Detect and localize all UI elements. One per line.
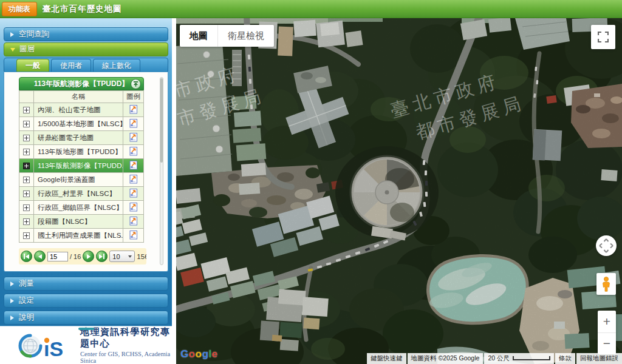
attribution-bar: 鍵盤快速鍵 地圖資料 ©2025 Google 20 公尺 條款 回報地圖錯誤 — [367, 353, 622, 364]
accordion-label: 圖層 — [19, 44, 35, 55]
layer-name: 行政區_村里界【NLSC】 — [38, 190, 116, 197]
satellite-map[interactable] — [176, 18, 622, 364]
map-view-button[interactable]: 地圖 — [180, 25, 218, 47]
page-size-value: 10 — [112, 253, 120, 260]
expand-column-header — [19, 91, 34, 103]
google-logo[interactable]: Google — [180, 348, 218, 360]
sidebar-resize-handle[interactable] — [78, 328, 94, 330]
expand-plus-icon[interactable] — [23, 190, 30, 197]
map-area: 臺北市政府 都市發展局 臺北市政府 都市發展局 地圖 衛星檢視 — [176, 18, 622, 364]
expand-plus-icon[interactable] — [23, 163, 30, 169]
zoom-in-button[interactable]: + — [598, 311, 616, 333]
page-number-input[interactable] — [47, 252, 68, 261]
legend-icon[interactable] — [129, 216, 138, 226]
fullscreen-icon — [598, 32, 609, 42]
expand-plus-icon[interactable] — [23, 218, 30, 225]
layer-row[interactable]: 1/5000基本地形圖【NLSC】 — [19, 117, 144, 131]
layer-row[interactable]: 段籍圖【NLSC】 — [19, 215, 144, 229]
chevron-right-icon — [10, 298, 14, 303]
layer-table-header: 名稱 圖例 — [19, 91, 144, 103]
legend-icon[interactable] — [129, 104, 138, 114]
pagination: / 16 10 156 — [19, 248, 146, 265]
legend-column-header: 圖例 — [123, 91, 144, 103]
pan-control[interactable] — [596, 235, 617, 256]
terms-link[interactable]: 條款 — [555, 353, 575, 364]
layer-row[interactable]: 113年版地形圖【TPUDD】 — [19, 145, 144, 159]
name-column-header: 名稱 — [34, 91, 123, 103]
legend-icon[interactable] — [129, 174, 138, 184]
tab-general[interactable]: 一般 — [16, 59, 49, 72]
satellite-view-button[interactable]: 衛星檢視 — [218, 25, 274, 47]
legend-icon[interactable] — [129, 132, 138, 142]
layer-row[interactable]: 行政區_村里界【NLSC】 — [19, 187, 144, 201]
accordion-layers[interactable]: 圖層 — [4, 42, 168, 56]
org-name-zh: 地理資訊科學研究專題中心 — [80, 326, 172, 349]
layer-name: 行政區_鄉鎮區界【NLSC】 — [38, 204, 123, 211]
layer-row[interactable]: Google街景涵蓋圖 — [19, 173, 144, 187]
expand-plus-icon[interactable] — [23, 121, 30, 127]
page-total-label: / 16 — [70, 253, 81, 260]
layer-table: 名稱 圖例 內湖、松山電子地圖 1/5000基本地形圖【NLSC】 — [19, 90, 144, 243]
next-page-button[interactable] — [83, 251, 94, 262]
legend-icon[interactable] — [129, 188, 138, 198]
tab-user[interactable]: 使用者 — [51, 59, 91, 72]
layer-name: 113年版航測影像【TPUDD... — [38, 162, 123, 169]
layer-name: Google街景涵蓋圖 — [38, 176, 95, 183]
sidebar: 空間查詢 圖層 一般 使用者 線上數化 113年版航測影像【TPUDD】 — [0, 18, 172, 364]
expand-plus-icon[interactable] — [23, 107, 30, 113]
expand-plus-icon[interactable] — [23, 177, 30, 183]
expand-plus-icon[interactable] — [23, 232, 30, 239]
map-data-label: 地圖資料 ©2025 Google — [408, 353, 484, 364]
pegman-icon — [601, 276, 612, 292]
application-window: 功能表 臺北市百年歷史地圖 空間查詢 圖層 一般 使用者 線上數化 113年版航… — [0, 0, 622, 364]
scale-bar — [513, 356, 550, 360]
footer-logo-area: ıS 地理資訊科學研究專題中心 Center for GIS, RCHSS, A… — [0, 326, 172, 364]
chevron-right-icon — [10, 315, 14, 320]
pegman-button[interactable] — [596, 273, 616, 295]
zoom-out-button[interactable]: − — [598, 333, 616, 355]
accordion-label: 設定 — [19, 295, 34, 306]
layer-row[interactable]: 國土利用調查成果圖【NLS... — [19, 229, 144, 243]
panel-scrollbar[interactable] — [160, 77, 163, 265]
tab-online-digitize[interactable]: 線上數化 — [93, 59, 140, 72]
accordion-settings[interactable]: 設定 — [4, 294, 168, 308]
layer-panel-header[interactable]: 113年版航測影像【TPUDD】 — [19, 77, 144, 90]
legend-icon[interactable] — [129, 118, 138, 128]
layer-row[interactable]: 113年版航測影像【TPUDD... — [19, 159, 144, 173]
pan-arrows-icon — [598, 238, 614, 254]
chevron-right-icon — [10, 32, 14, 37]
last-page-button[interactable] — [96, 251, 108, 262]
chevron-down-icon — [128, 255, 132, 258]
layer-row[interactable]: 內湖、松山電子地圖 — [19, 103, 144, 117]
layer-tabstrip: 一般 使用者 線上數化 — [4, 58, 168, 72]
menu-button[interactable]: 功能表 — [2, 2, 37, 16]
layer-row[interactable]: 行政區_鄉鎮區界【NLSC】 — [19, 201, 144, 215]
expand-plus-icon[interactable] — [23, 204, 30, 211]
collapse-panel-icon[interactable] — [131, 79, 141, 89]
sidebar-map-divider — [172, 18, 176, 364]
layer-panel: 113年版航測影像【TPUDD】 名稱 圖例 內湖、松山電子地圖 — [4, 72, 168, 272]
layer-row[interactable]: 研鼎崧圖電子地圖 — [19, 131, 144, 145]
expand-plus-icon[interactable] — [23, 135, 30, 141]
keyboard-shortcuts-link[interactable]: 鍵盤快速鍵 — [367, 353, 406, 364]
layer-name: 國土利用調查成果圖【NLS... — [38, 232, 123, 239]
page-size-select[interactable]: 10 — [109, 251, 135, 262]
legend-icon[interactable] — [129, 202, 138, 212]
scale-indicator: 20 公尺 — [484, 353, 554, 364]
expand-plus-icon[interactable] — [23, 149, 30, 155]
accordion-label: 說明 — [19, 312, 34, 323]
gis-logo: ıS — [18, 332, 74, 359]
accordion-spatial-query[interactable]: 空間查詢 — [4, 27, 168, 41]
legend-icon[interactable] — [129, 160, 138, 170]
legend-icon[interactable] — [129, 230, 138, 240]
legend-icon[interactable] — [129, 146, 138, 156]
layer-name: 段籍圖【NLSC】 — [38, 218, 91, 225]
layer-panel-title: 113年版航測影像【TPUDD】 — [34, 79, 129, 89]
first-page-button[interactable] — [21, 251, 32, 262]
accordion-help[interactable]: 說明 — [4, 311, 168, 325]
chevron-right-icon — [10, 281, 14, 286]
report-error-link[interactable]: 回報地圖錯誤 — [576, 353, 622, 364]
accordion-measure[interactable]: 測量 — [4, 277, 168, 291]
prev-page-button[interactable] — [34, 251, 46, 262]
fullscreen-button[interactable] — [591, 25, 615, 49]
